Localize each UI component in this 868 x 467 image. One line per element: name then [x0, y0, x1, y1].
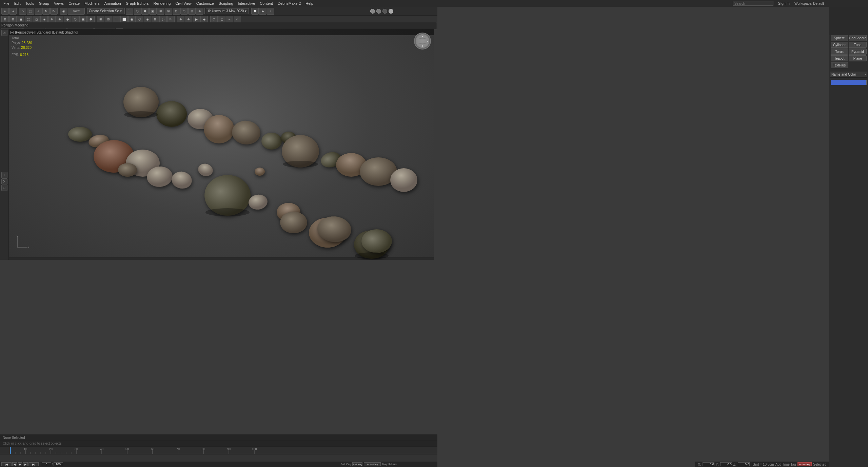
color-circle-2[interactable] — [376, 9, 381, 14]
search-input[interactable] — [733, 1, 773, 6]
tb2-btn-13[interactable]: ⊠ — [97, 16, 104, 23]
menu-item-customize[interactable]: Customize — [194, 1, 216, 5]
tb-btn-9[interactable]: ⊟ — [188, 8, 196, 15]
tb2-btn-26[interactable]: ◆ — [200, 16, 208, 23]
tb2-btn-21[interactable]: ▷ — [159, 16, 167, 23]
menu-item-help[interactable]: Help — [303, 1, 315, 5]
menu-item-edit[interactable]: Edit — [12, 1, 23, 5]
tb-btn-8[interactable]: ⬡ — [180, 8, 188, 15]
menu-item-group[interactable]: Group — [37, 1, 51, 5]
tb-btn-3[interactable]: ⬢ — [141, 8, 149, 15]
left-icon-2[interactable]: X — [1, 178, 7, 184]
tb2-btn-28[interactable]: ◻ — [218, 16, 225, 23]
tb2-btn-22[interactable]: ⇱ — [167, 16, 175, 23]
menu-item-civil-view[interactable]: Civil View — [173, 1, 193, 5]
current-frame-input[interactable] — [42, 462, 51, 466]
tb2-btn-14[interactable]: ⊡ — [105, 16, 112, 23]
prim-btn-pyramid[interactable]: Pyramid — [849, 48, 867, 55]
select-region-btn[interactable]: ⬚ — [27, 8, 34, 15]
color-circle-3[interactable] — [382, 9, 387, 14]
menu-item-views[interactable]: Views — [52, 1, 66, 5]
tb-snap-btn[interactable]: 🔲 — [251, 8, 259, 15]
tb2-btn-27[interactable]: ⬡ — [210, 16, 218, 23]
move-btn[interactable]: ✛ — [35, 8, 42, 15]
total-frames-input[interactable] — [54, 462, 63, 466]
next-frame-btn[interactable]: ▶ — [23, 462, 28, 466]
tb2-btn-20[interactable]: ⊞ — [152, 16, 159, 23]
tb2-btn-16[interactable]: ⬜ — [120, 16, 128, 23]
tb2-btn-15[interactable]: ⬛ — [113, 16, 120, 23]
frame-start-btn[interactable]: |◀ — [1, 462, 12, 466]
frame-end-btn[interactable]: ▶| — [28, 462, 39, 466]
tb-plus-btn[interactable]: + — [267, 8, 274, 15]
tb2-btn-8[interactable]: ⊗ — [56, 16, 63, 23]
tb2-btn-3[interactable]: ◼ — [17, 16, 24, 23]
prim-btn-textplus[interactable]: TextPlus — [831, 62, 848, 68]
create-selection-dropdown[interactable]: Create Selection Se ▾ — [87, 8, 123, 14]
menu-item-create[interactable]: Create — [66, 1, 82, 5]
tb2-btn-25[interactable]: ▶ — [193, 16, 200, 23]
key-filters-label[interactable]: Key Filters — [382, 463, 397, 466]
menu-item-file[interactable]: File — [1, 1, 12, 5]
prim-btn-plane[interactable]: Plane — [849, 55, 867, 61]
tb2-btn-6[interactable]: ◈ — [40, 16, 48, 23]
menu-item-animation[interactable]: Animation — [102, 1, 123, 5]
menu-item-graph-editors[interactable]: Graph Editors — [124, 1, 151, 5]
left-icon-1[interactable]: + — [1, 172, 7, 178]
tb2-btn-30[interactable]: ✓ — [234, 16, 241, 23]
left-icon-3[interactable]: □ — [1, 185, 7, 191]
rotate-btn[interactable]: ↻ — [42, 8, 50, 15]
prim-btn-torus[interactable]: Torus — [831, 48, 848, 55]
panel-collapse-btn[interactable]: ◁ — [1, 30, 7, 36]
prim-btn-geosphere[interactable]: GeoSphere — [849, 35, 867, 41]
prim-btn-teapot[interactable]: Teapot — [831, 55, 848, 61]
tb-render-btn[interactable]: ▶ — [259, 8, 267, 15]
name-color-header[interactable]: Name and Color ▾ — [830, 72, 867, 78]
redo-btn[interactable]: ↪ — [9, 8, 17, 15]
tb2-btn-23[interactable]: ⊕ — [177, 16, 184, 23]
auto-key-status-btn[interactable]: Auto Key — [797, 462, 812, 466]
scale-btn[interactable]: ⇱ — [50, 8, 58, 15]
set-key-btn[interactable]: Set Key — [352, 462, 362, 466]
menu-item-debrismaker[interactable]: DebrisMaker2 — [276, 1, 303, 5]
tb2-btn-18[interactable]: ⬡ — [136, 16, 143, 23]
tb-btn-1[interactable]: ⬛ — [126, 8, 133, 15]
menu-item-tools[interactable]: Tools — [23, 1, 36, 5]
sign-in-btn[interactable]: Sign In — [776, 1, 792, 5]
prev-frame-btn[interactable]: ◀ — [12, 462, 17, 466]
play-btn[interactable]: ▶ — [18, 462, 22, 466]
viewport[interactable]: [+] [Perspective] [Standard] [Default Sh… — [9, 29, 434, 260]
select-btn[interactable]: ▷ — [19, 8, 26, 15]
tb2-btn-24[interactable]: ⊗ — [185, 16, 192, 23]
view-btn[interactable]: ◉ — [60, 8, 67, 15]
tb2-btn-10[interactable]: ⬡ — [72, 16, 79, 23]
prim-btn-tube[interactable]: Tube — [849, 42, 867, 48]
tb-btn-5[interactable]: ⊞ — [157, 8, 164, 15]
menu-item-content[interactable]: Content — [258, 1, 275, 5]
tb2-btn-11[interactable]: ▣ — [79, 16, 87, 23]
tb-btn-6[interactable]: ⊠ — [165, 8, 172, 15]
tb-btn-7[interactable]: ⊡ — [173, 8, 180, 15]
color-circle-1[interactable] — [370, 9, 375, 14]
tb2-btn-7[interactable]: ⊕ — [48, 16, 56, 23]
menu-item-modifiers[interactable]: Modifiers — [82, 1, 102, 5]
navigation-gizmo[interactable]: Y X Z — [414, 33, 431, 50]
coord-x-input[interactable] — [703, 462, 714, 466]
tb-btn-2[interactable]: ⬡ — [134, 8, 141, 15]
timeline-track[interactable] — [0, 454, 437, 462]
tb-btn-4[interactable]: ▣ — [149, 8, 157, 15]
menu-item-scripting[interactable]: Scripting — [217, 1, 235, 5]
auto-key-btn[interactable]: Auto Key — [364, 462, 381, 466]
tb2-btn-4[interactable]: ⬚ — [25, 16, 32, 23]
tb2-btn-2[interactable]: ⊟ — [9, 16, 17, 23]
tb2-btn-5[interactable]: ◻ — [33, 16, 40, 23]
prim-btn-sphere[interactable]: Sphere — [831, 35, 848, 41]
menu-item-interactive[interactable]: Interactive — [236, 1, 257, 5]
tb2-btn-29[interactable]: ✓ — [226, 16, 233, 23]
menu-item-rendering[interactable]: Rendering — [152, 1, 173, 5]
layer-dropdown[interactable]: 0: Users in: 3 Max 2020 ▾ — [206, 8, 249, 14]
undo-btn[interactable]: ↩ — [1, 8, 9, 15]
coord-y-input[interactable] — [720, 462, 732, 466]
time-tag-label[interactable]: Add Time Tag — [775, 463, 796, 466]
color-swatch[interactable] — [831, 80, 867, 85]
